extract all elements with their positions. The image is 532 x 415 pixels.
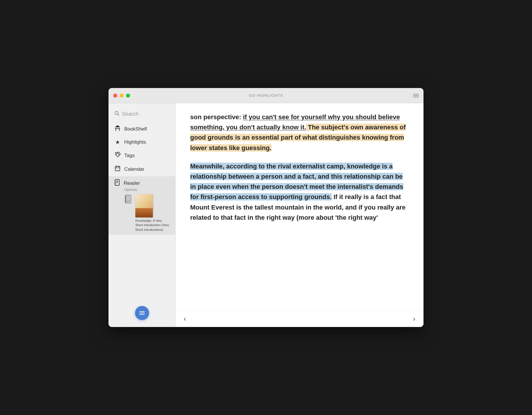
fab-icon bbox=[139, 311, 145, 315]
svg-rect-9 bbox=[115, 166, 120, 171]
book-cover bbox=[135, 194, 153, 217]
reader-area: son perspective: if you can't see for yo… bbox=[176, 103, 424, 310]
book-list-icon bbox=[124, 194, 132, 206]
svg-rect-4 bbox=[119, 129, 120, 131]
search-label: Search bbox=[122, 111, 139, 117]
svg-rect-18 bbox=[125, 195, 131, 203]
book-info: Knowledge: A Very Short Introduction (Ve… bbox=[135, 194, 169, 232]
nav-items: BookShelf ★ Highlights Tags bbox=[108, 122, 175, 235]
text-before-underline: son perspective: bbox=[190, 113, 243, 121]
paragraph-2: Meanwhile, according to the rival extern… bbox=[190, 161, 409, 223]
sidebar-item-tags-label: Tags bbox=[124, 153, 135, 159]
sidebar-item-highlights-label: Highlights bbox=[124, 139, 146, 145]
fab-button[interactable] bbox=[135, 306, 149, 320]
sidebar-item-bookshelf-label: BookShelf bbox=[124, 126, 147, 132]
tags-icon bbox=[114, 152, 121, 159]
fullscreen-button[interactable] bbox=[126, 94, 130, 98]
svg-rect-13 bbox=[115, 180, 119, 185]
calendar-icon bbox=[114, 166, 121, 173]
app-body: Search BookShelf bbox=[108, 103, 424, 327]
app-window: GO HIGHLIGHTS Search bbox=[108, 88, 424, 327]
sidebar: Search BookShelf bbox=[108, 103, 176, 327]
sidebar-item-highlights[interactable]: ★ Highlights bbox=[108, 136, 175, 148]
sidebar-item-tags[interactable]: Tags bbox=[108, 149, 175, 162]
titlebar: GO HIGHLIGHTS bbox=[108, 88, 424, 103]
reader-header: Reader bbox=[114, 179, 169, 187]
search-icon bbox=[114, 111, 120, 117]
svg-rect-3 bbox=[116, 129, 116, 131]
svg-point-8 bbox=[116, 154, 117, 154]
svg-rect-17 bbox=[115, 180, 116, 185]
svg-rect-5 bbox=[115, 127, 120, 127]
reader-book-preview: Knowledge: A Very Short Introduction (Ve… bbox=[124, 194, 169, 232]
svg-rect-7 bbox=[116, 126, 119, 126]
minimize-button[interactable] bbox=[120, 94, 124, 98]
svg-line-1 bbox=[118, 114, 119, 116]
sidebar-item-calendar-label: Calendar bbox=[124, 166, 144, 172]
main-content: son perspective: if you can't see for yo… bbox=[176, 103, 424, 327]
menu-button[interactable] bbox=[413, 94, 419, 97]
book-title: Knowledge: A Very Short Introduction (Ve… bbox=[135, 219, 169, 232]
highlights-icon: ★ bbox=[114, 139, 121, 145]
paragraph-1: son perspective: if you can't see for yo… bbox=[190, 112, 409, 153]
traffic-lights bbox=[113, 94, 130, 98]
sidebar-item-bookshelf[interactable]: BookShelf bbox=[108, 122, 175, 136]
svg-rect-6 bbox=[116, 126, 119, 127]
sidebar-item-calendar[interactable]: Calendar bbox=[108, 163, 175, 176]
close-button[interactable] bbox=[113, 94, 117, 98]
reader-label: Reader bbox=[124, 180, 140, 186]
search-bar[interactable]: Search bbox=[108, 109, 175, 122]
navigation-bar: ‹ › bbox=[176, 310, 424, 327]
next-button[interactable]: › bbox=[411, 314, 418, 324]
reader-opened-label: Opened: bbox=[124, 188, 169, 192]
prev-button[interactable]: ‹ bbox=[181, 314, 188, 324]
sidebar-item-reader[interactable]: Reader Opened: bbox=[108, 176, 175, 235]
bookshelf-icon bbox=[114, 125, 121, 133]
window-title: GO HIGHLIGHTS bbox=[249, 93, 283, 98]
reader-icon bbox=[114, 179, 120, 187]
svg-rect-2 bbox=[115, 128, 120, 129]
svg-rect-19 bbox=[125, 195, 126, 203]
